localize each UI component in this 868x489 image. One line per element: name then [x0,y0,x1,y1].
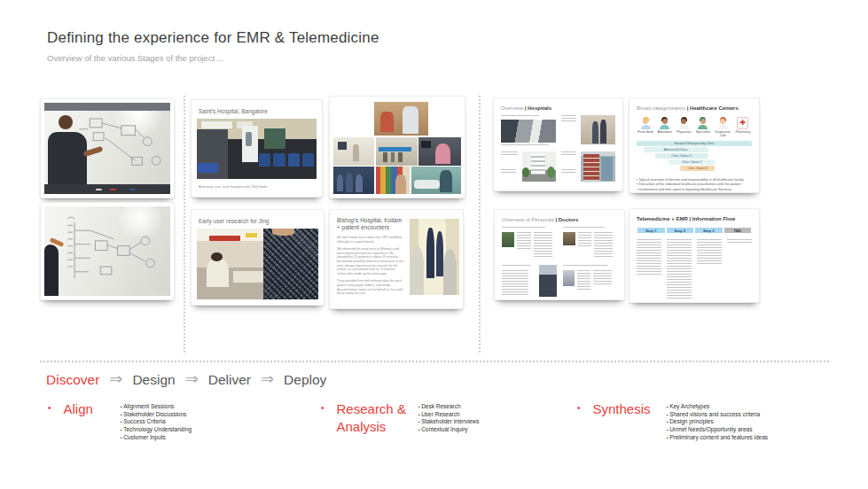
list-item: Key Archetypes [667,403,768,411]
stage-deploy: Deploy [284,372,326,388]
text-placeholder [578,232,592,246]
text-placeholder [563,265,607,268]
persona-photo [563,232,575,245]
roles-row: Front desk Attendant Physician Specialis… [637,117,752,137]
role-pharmacy: ✚ Pharmacy [734,117,752,137]
counter-research-photo [197,229,318,299]
arrow-icon: ⇒ [109,371,122,389]
role-label: Attendant [656,130,674,134]
chair-row [259,153,314,167]
step-header-row: Step 1 Step 2 Step 3 TBD [637,227,752,234]
nurse-figure [411,246,423,295]
slide-title: Broad categorization | Healthcare Center… [637,105,752,111]
page-subtitle: Overview of the various Stages of the pr… [47,53,224,63]
synthesis-list: Key ArchetypesShared visions and success… [667,403,768,442]
text-placeholder [561,115,577,122]
headscarf-figure [435,144,450,163]
counter-photo [581,115,615,144]
stage-deliver: Deliver [208,372,251,388]
slide-title: Telemedicine + EMR | Information Flow [637,216,752,221]
process-flow: Discover ⇒ Design ⇒ Deliver ⇒ Deploy [46,371,326,389]
attendant-avatar-icon [659,117,670,129]
figure [592,121,598,144]
quadrant-text [561,151,579,182]
list-item: Customer Inputs [121,434,192,442]
body-paragraph: We don't know much about the OPD workflo… [337,236,403,244]
section-synthesis: • Synthesis [577,400,664,418]
step-header: Step 2 [666,227,695,234]
persona-text [502,265,536,297]
card-title: Saint's Hospital, Bangalore [199,108,317,114]
section-title: Research & Analysis [337,400,418,436]
yellow-sign [246,233,258,237]
avatar-head [662,119,668,124]
card-title: Bishop's Hospital, Kollam + patient enco… [337,217,406,231]
whiteboard-diagram [44,206,170,296]
role-specialist: Specialist [694,117,712,137]
text-placeholder [561,151,577,157]
arrow-icon: ⇒ [261,371,274,389]
counter [233,271,267,283]
personas-overview-slide: Overview of Personas | Doctors [494,209,625,300]
text-placeholder [577,270,591,291]
role-label: Diagnostic Lab [713,130,732,137]
persona-block [563,227,618,259]
hospital-quadrant [501,151,556,182]
list-item: Technology Understanding [121,426,192,434]
text-placeholder [517,232,531,250]
arrow-icon: ⇒ [185,371,199,389]
facility-bar: Clinic Option 1 [655,153,708,159]
facility-bar: Clinic Option 3 [680,166,715,171]
patient-figure [380,112,394,132]
section-research: • Research & Analysis [321,400,418,436]
step-header: Step 1 [637,227,666,234]
slide-title-light: Overview [501,105,523,111]
red-building [583,154,599,182]
healthcare-categorization-slide: Broad categorization | Healthcare Center… [629,97,760,193]
tree [547,167,555,178]
building-facade [531,153,546,175]
persona-photo [502,232,514,247]
person-silhouette [44,244,59,296]
blue-chair [259,153,270,167]
avatar-torso [660,125,669,130]
stage-discover: Discover [46,372,99,388]
persona-photo-tall [539,265,557,297]
standing-person [246,132,252,146]
blue-chair [288,153,300,167]
shopkeeper-figure [395,175,406,194]
list-item: Stakeholder interviews [418,418,480,426]
hospital-corridor-photo [376,137,418,166]
text-placeholder [501,151,518,157]
blue-sign [379,147,411,151]
presentation-slide: Defining the experience for EMR & Teleme… [0,0,868,489]
nurse-figure [443,249,457,295]
persona-photo [563,270,575,286]
slide-title-light: Overview of Personas [502,217,554,222]
marker [110,189,116,190]
card-body: We don't know much about the OPD workflo… [337,236,403,296]
text-placeholder [501,144,549,146]
list-item: Unmet Needs/Opportunity areas [667,426,768,434]
blue-chair [273,153,285,167]
photo-caption: A tertiary care, trust hospital with 120… [199,184,317,189]
avatar-head [643,119,648,124]
page-title: Defining the experience for EMR & Teleme… [47,29,379,47]
saints-hospital-card: Saint's Hospital, Bangalore A tertiary c… [191,99,323,198]
vertical-divider [479,96,481,353]
text-placeholder [593,270,612,286]
text-placeholder [561,169,576,175]
marker [129,189,136,190]
clinic-photo-collage-card [329,96,465,198]
stage-design: Design [132,372,175,388]
section-title: Synthesis [593,400,664,418]
text-placeholder [502,270,528,297]
text-placeholder [534,232,552,257]
hospital-waiting-area-photo [197,119,317,179]
align-list: Alignment SessionsStakeholder Discussion… [121,403,192,442]
list-item: Stakeholder Discussions [121,411,192,419]
glass-building [601,157,612,181]
red-sign [209,236,241,241]
hospital-interior-photo [501,120,556,143]
slide-title-light: Broad categorization [637,105,685,111]
